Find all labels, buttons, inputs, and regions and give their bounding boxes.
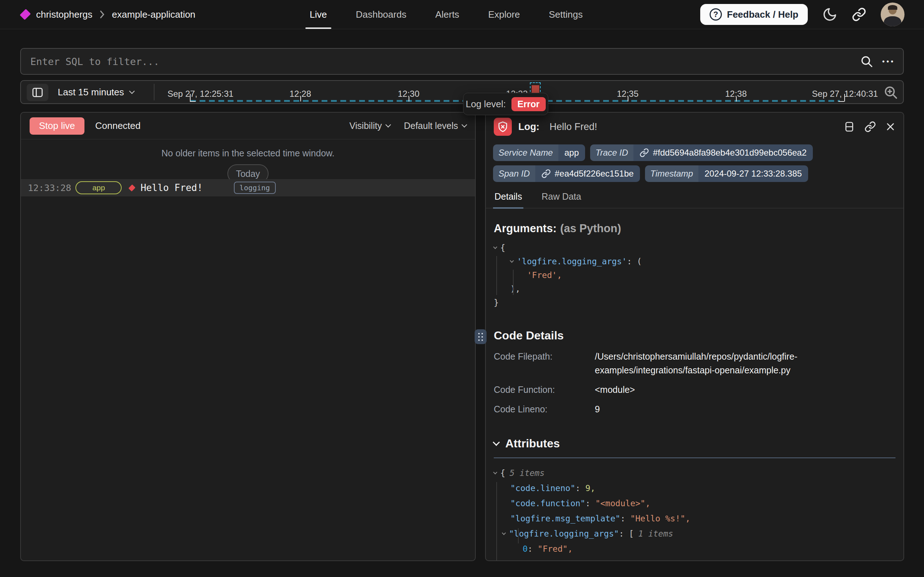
visibility-dropdown[interactable]: Visibility [349, 121, 390, 131]
default-levels-dropdown[interactable]: Default levels [404, 121, 466, 131]
top-nav: christophergs example-application Live D… [0, 0, 924, 29]
share-link-button[interactable] [852, 7, 866, 22]
arguments-heading: Arguments:(as Python) [494, 222, 895, 235]
nav-actions: ? Feedback / Help [700, 0, 905, 29]
link-icon [852, 7, 866, 22]
timeline-start-label: Sep 27, 12:25:31 [167, 89, 233, 99]
service-badge[interactable]: app [76, 181, 122, 194]
question-circle-icon: ? [710, 8, 722, 21]
timestamp-badge[interactable]: Timestamp 2024-09-27 12:33:28.385 [645, 165, 808, 182]
link-icon [640, 148, 649, 158]
expander-icon[interactable] [493, 245, 497, 249]
tab-dashboards[interactable]: Dashboards [352, 0, 411, 29]
stop-live-button[interactable]: Stop live [30, 118, 84, 135]
nav-tabs: Live Dashboards Alerts Explore Settings [305, 0, 587, 29]
logging-tag-badge[interactable]: logging [234, 182, 276, 194]
moon-icon [822, 7, 837, 22]
expander-icon[interactable] [493, 470, 497, 474]
tab-raw-data[interactable]: Raw Data [540, 191, 583, 208]
zoom-in-icon [883, 84, 899, 100]
timeline-tick [300, 97, 301, 102]
service-name-label: Service Name [493, 144, 558, 161]
code-filepath-label: Code Filepath: [494, 350, 595, 377]
error-diamond-icon [129, 184, 136, 191]
copy-link-icon[interactable] [865, 121, 876, 132]
live-panel-controls: Visibility Default levels [349, 121, 466, 131]
time-range-selector[interactable]: Last 15 minutes [58, 81, 134, 103]
dark-mode-toggle[interactable] [822, 7, 837, 22]
timeline-tick [408, 97, 409, 102]
service-name-badge[interactable]: Service Name app [493, 144, 585, 161]
timeline-tick [628, 97, 628, 102]
tab-explore[interactable]: Explore [484, 0, 524, 29]
open-in-panel-icon[interactable] [844, 121, 855, 132]
breadcrumb-org[interactable]: christophergs [36, 9, 92, 20]
detail-title: Hello Fred! [550, 121, 597, 132]
log-message: Hello Fred! [140, 182, 202, 193]
expander-icon[interactable] [509, 258, 514, 263]
default-levels-label: Default levels [404, 121, 458, 131]
panel-resize-handle[interactable] [475, 329, 487, 344]
tab-details[interactable]: Details [493, 191, 523, 209]
arguments-heading-note: (as Python) [560, 222, 621, 235]
panel-toggle-icon [31, 86, 44, 98]
feedback-help-label: Feedback / Help [727, 9, 799, 20]
chevron-down-icon [493, 439, 500, 446]
error-shield-icon [494, 118, 512, 136]
empty-window-message: No older items in the selected time wind… [21, 148, 475, 158]
service-name-value: app [558, 144, 585, 161]
tooltip-label: Log level: [466, 98, 506, 110]
timeline-end-stub [839, 101, 844, 102]
trace-id-value: #fdd5694a8fa98eb4e301d99ebc056ea2 [653, 148, 807, 158]
span-id-badge[interactable]: Span ID #ea4d5f226ec151be [493, 165, 640, 182]
breadcrumb-project[interactable]: example-application [112, 9, 195, 20]
log-row-selected[interactable]: 12:33:28 app Hello Fred! logging [21, 179, 475, 197]
trace-id-badge[interactable]: Trace ID #fdd5694a8fa98eb4e301d99ebc056e… [590, 144, 813, 161]
live-view-panel: Stop live Connected Visibility Default l… [20, 112, 476, 561]
error-level-badge: Error [511, 97, 546, 111]
user-avatar[interactable] [881, 3, 905, 26]
breadcrumb: christophergs example-application [21, 0, 195, 29]
sidebar-toggle-button[interactable] [27, 84, 48, 101]
avatar-torso [884, 16, 901, 26]
attributes-section-toggle[interactable]: Attributes [494, 437, 895, 450]
visibility-label: Visibility [349, 121, 382, 131]
detail-title-prefix: Log: [518, 121, 539, 132]
timestamp-label: Timestamp [645, 165, 698, 182]
span-id-label: Span ID [493, 165, 535, 182]
detail-header: Log: Hello Fred! [486, 113, 903, 141]
detail-badges: Service Name app Trace ID #fdd5694a8fa98… [486, 141, 903, 182]
attributes-divider [494, 458, 895, 458]
zoom-in-button[interactable] [883, 84, 899, 102]
attributes-heading: Attributes [505, 437, 560, 450]
code-function-value: <module> [595, 383, 840, 396]
arguments-code-block: { 'logfire.logging_args': ( 'Fred', ), } [494, 241, 895, 309]
sql-filter-actions: ••• [860, 48, 895, 75]
close-icon[interactable] [885, 122, 895, 132]
log-timestamp: 12:33:28 [28, 183, 71, 193]
chevron-down-icon [462, 122, 468, 128]
chevron-down-icon [386, 122, 391, 128]
trace-id-label: Trace ID [590, 144, 633, 161]
more-options-icon[interactable]: ••• [882, 58, 895, 65]
tab-alerts[interactable]: Alerts [431, 0, 463, 29]
code-details-heading: Code Details [494, 329, 895, 342]
logfire-logo-icon[interactable] [20, 9, 31, 20]
sql-filter-input[interactable] [20, 48, 904, 75]
code-filepath-value: /Users/christophersamiullah/repos/pydant… [595, 350, 840, 377]
code-lineno-value: 9 [595, 402, 840, 416]
grip-dots-icon [478, 333, 483, 341]
sql-filter-bar: ••• [20, 48, 904, 75]
code-function-label: Code Function: [494, 383, 595, 396]
detail-body: Arguments:(as Python) { 'logfire.logging… [486, 222, 903, 561]
tab-settings[interactable]: Settings [545, 0, 587, 29]
tab-live[interactable]: Live [305, 0, 331, 29]
arguments-heading-text: Arguments: [494, 222, 556, 235]
log-level-tooltip: Log level: Error [463, 93, 548, 115]
detail-tabs: Details Raw Data [486, 191, 903, 208]
expander-icon[interactable] [502, 531, 506, 535]
span-id-value: #ea4d5f226ec151be [555, 169, 634, 179]
search-icon[interactable] [860, 55, 873, 68]
feedback-help-button[interactable]: ? Feedback / Help [700, 4, 808, 25]
timeline-start-tick [190, 94, 191, 102]
